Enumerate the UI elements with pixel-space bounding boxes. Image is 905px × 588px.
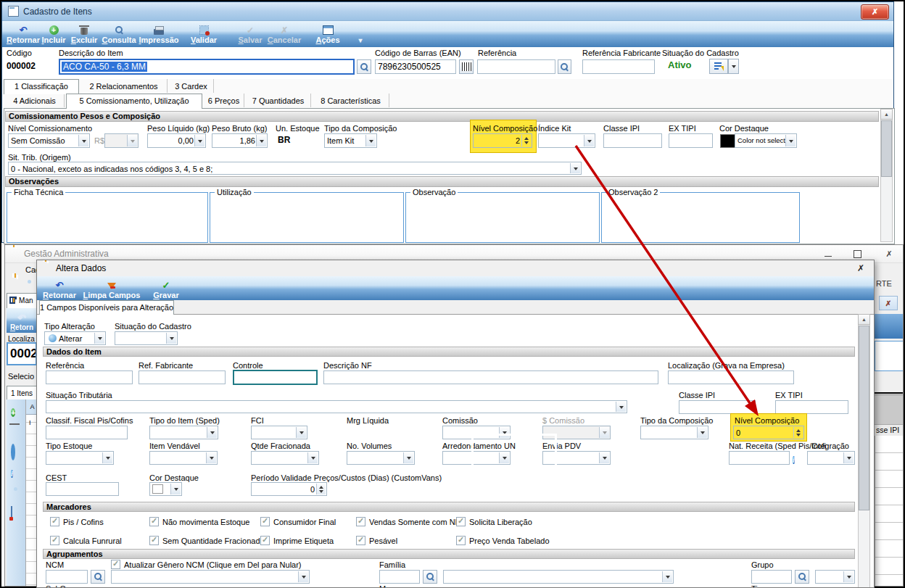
- scroll-up-button[interactable]: ▲: [858, 314, 870, 325]
- situacao-tributaria-select[interactable]: [46, 400, 627, 413]
- checkbox-pesavel[interactable]: [356, 536, 365, 545]
- toolbar-button-cancelar[interactable]: ✗Cancelar: [265, 22, 304, 44]
- nivel-composicao-spinner[interactable]: 2: [473, 133, 532, 148]
- toolbar-button-impressao[interactable]: Impressão: [134, 22, 183, 44]
- checkbox-sem-quantidade-fracionada[interactable]: [149, 536, 159, 545]
- tab-cardex[interactable]: 3 Cardex: [169, 79, 214, 93]
- tab-manutencao-partial[interactable]: Man: [7, 293, 37, 308]
- ncm-select[interactable]: [111, 570, 310, 584]
- cor-destaque-select[interactable]: [149, 482, 182, 496]
- periodo-validade-spinner[interactable]: 0: [251, 482, 327, 496]
- barcode-button[interactable]: [459, 59, 474, 74]
- envia-pdv-select[interactable]: [542, 451, 611, 465]
- checkbox-solicita-liberacao[interactable]: [456, 517, 466, 526]
- checkbox-preco-venda-tabelado[interactable]: [456, 536, 466, 545]
- tipo-item-sped-select[interactable]: [149, 426, 218, 439]
- close-button[interactable]: ✗: [854, 262, 868, 275]
- toolbar-button-validar[interactable]: Validar: [182, 22, 226, 44]
- controle-input-focused[interactable]: [233, 370, 318, 385]
- tab-relacionamentos[interactable]: 2 Relacionamentos: [80, 79, 168, 93]
- ncm-search-button[interactable]: [91, 570, 105, 584]
- close-button[interactable]: ✗: [878, 247, 900, 261]
- ref-fabricante-input[interactable]: [582, 59, 655, 74]
- nivel-comissionamento-select[interactable]: Sem Comissão: [8, 133, 90, 148]
- item-vendavel-select[interactable]: [149, 451, 218, 465]
- minimize-button[interactable]: [817, 247, 839, 261]
- toolbar-button-limpa-campos[interactable]: Limpa Campos: [82, 278, 141, 299]
- familia-search-button[interactable]: [423, 570, 437, 584]
- tab-quantidades[interactable]: 7 Quantidades: [246, 94, 311, 107]
- checkbox-imprime-etiqueta[interactable]: [260, 536, 270, 545]
- referencia-input[interactable]: [46, 370, 133, 384]
- ref-fabricante-input[interactable]: [139, 370, 226, 384]
- tipo-composicao-select[interactable]: Item Kit: [324, 133, 377, 148]
- fci-select[interactable]: [251, 426, 307, 439]
- grupo-search-button[interactable]: [795, 570, 809, 584]
- panel-close-button[interactable]: ✗: [879, 296, 898, 310]
- cest-input[interactable]: [46, 482, 119, 496]
- checkbox-pis-cofins[interactable]: [50, 517, 59, 526]
- nivel-composicao-spinner[interactable]: 0: [733, 426, 804, 439]
- nat-receita-input[interactable]: [729, 451, 790, 465]
- descricao-input[interactable]: ACO CA-50 - 6,3 MM: [59, 59, 355, 75]
- scrollbar-thumb[interactable]: [859, 326, 869, 510]
- retornar-button-partial[interactable]: ↶Retorn: [7, 310, 37, 331]
- no-volumes-select[interactable]: [347, 451, 415, 465]
- grupo-input[interactable]: [751, 570, 792, 584]
- referencia-search-button[interactable]: [558, 59, 571, 74]
- descricao-search-button[interactable]: [357, 59, 371, 74]
- tab-classificacao[interactable]: 1 Classificação: [4, 79, 79, 94]
- tipo-composicao-select[interactable]: [640, 426, 708, 439]
- tipo-estoque-select[interactable]: [46, 451, 114, 465]
- classe-ipi-input[interactable]: [603, 133, 662, 148]
- info-icon[interactable]: i: [793, 452, 795, 465]
- tipo-alteracao-select[interactable]: Alterar: [44, 331, 106, 345]
- peso-liquido-combo[interactable]: 0,00: [147, 133, 206, 148]
- ncm-input[interactable]: [46, 570, 88, 584]
- tab-caracteristicas[interactable]: 8 Características: [313, 94, 389, 107]
- familia-input[interactable]: [379, 570, 420, 584]
- codigo-input-partial[interactable]: 0002: [7, 342, 37, 365]
- gear-icon[interactable]: [11, 444, 15, 460]
- checkbox-vendas-somente-com-ni[interactable]: [356, 517, 365, 526]
- checkbox-calcula-funrural[interactable]: [50, 536, 59, 545]
- descricao-nf-input[interactable]: [323, 370, 658, 384]
- tab-comissionamento-utilizacao[interactable]: 5 Comissionamento, Utilização: [66, 94, 202, 109]
- localizacao-input[interactable]: [668, 370, 794, 384]
- cor-destaque-select[interactable]: Color not selected: [735, 133, 797, 148]
- tab-precos[interactable]: 6 Preços: [204, 94, 244, 107]
- toolbar-button-retornar[interactable]: ↶Retornar: [40, 278, 79, 299]
- spinner-buttons[interactable]: [521, 135, 531, 146]
- arredondamento-un-select[interactable]: [442, 451, 511, 465]
- toolbar-button-acoes[interactable]: Ações: [308, 22, 347, 44]
- tab-itens-partial[interactable]: 1 Itens: [7, 386, 37, 399]
- qtde-fracionada-select[interactable]: [251, 451, 319, 465]
- info-icon[interactable]: i: [11, 470, 13, 478]
- titlebar-cadastro-itens[interactable]: Cadastro de Itens ✗: [2, 2, 893, 21]
- checkbox-atualizar-genero-ncm[interactable]: [111, 560, 120, 569]
- toolbar-button-salvar[interactable]: ✓Salvar: [231, 22, 269, 44]
- comissao-select[interactable]: [442, 426, 511, 439]
- checkbox-nao-movimenta-estoque[interactable]: [149, 517, 159, 526]
- integracao-select[interactable]: [807, 451, 855, 465]
- toolbar-overflow-chevron[interactable]: ▾: [355, 22, 366, 44]
- tab-campos-disponiveis[interactable]: 1 Campos Disponíveis para Alteração: [39, 300, 174, 315]
- grupo-select[interactable]: [815, 570, 855, 584]
- ean-input[interactable]: 7896230500525: [375, 59, 456, 74]
- referencia-input[interactable]: [477, 59, 555, 74]
- situacao-filter-dropdown[interactable]: [728, 59, 739, 74]
- titlebar-altera-dados[interactable]: Altera Dados ✗: [37, 260, 874, 277]
- ex-tipi-input[interactable]: [775, 400, 848, 414]
- situacao-filter-button[interactable]: [709, 59, 728, 74]
- situacao-cadastro-select[interactable]: [115, 331, 178, 345]
- scroll-up-button[interactable]: ▲: [880, 109, 893, 120]
- grid-export-icon[interactable]: [11, 506, 12, 520]
- familia-select[interactable]: [443, 570, 674, 584]
- tab-adicionais[interactable]: 4 Adicionais: [5, 94, 65, 107]
- spinner-buttons[interactable]: [793, 427, 803, 438]
- classif-fiscal-input[interactable]: [46, 426, 128, 439]
- peso-bruto-combo[interactable]: 1,86: [212, 133, 268, 148]
- checkbox-consumidor-final[interactable]: [260, 517, 270, 526]
- toolbar-button-gravar[interactable]: ✓Gravar: [147, 278, 185, 299]
- maximize-button[interactable]: [846, 247, 868, 261]
